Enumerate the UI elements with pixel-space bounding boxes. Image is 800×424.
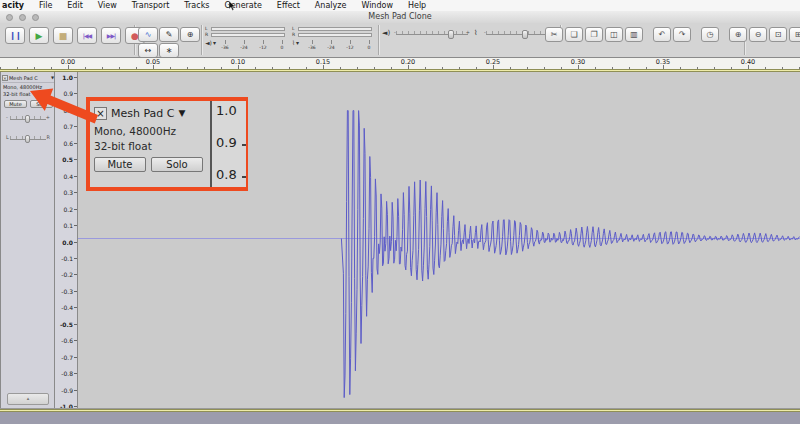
track-name: Mesh Pad C (111, 107, 175, 120)
vertical-ruler[interactable]: 1.00.90.80.70.60.50.40.30.20.10.0-0.1-0.… (55, 72, 78, 408)
vertical-ruler-tick (74, 307, 77, 308)
envelope-icon: ∿ (145, 30, 152, 39)
copy-button[interactable]: ❏ (565, 27, 583, 42)
menu-transport[interactable]: Transport (132, 1, 170, 10)
track-format-line1: Mono, 48000Hz (3, 84, 42, 90)
stop-icon: ■ (59, 31, 68, 41)
zoom-callout: × Mesh Pad C ▼ Mono, 48000Hz 32-bit floa… (86, 97, 248, 191)
pan-right-label: R (47, 134, 50, 140)
solo-button[interactable]: Solo (30, 100, 53, 108)
vertical-ruler-label: 0.1 (63, 222, 73, 229)
play-button[interactable]: ▶ (29, 27, 49, 44)
zoom-in-button[interactable]: ⊕ (729, 27, 747, 42)
vertical-ruler-label: 1.0 (62, 74, 73, 81)
input-volume-thumb[interactable] (522, 30, 528, 39)
microphone-icon: ⌇ (474, 29, 477, 37)
speaker-icon: ◄) (205, 39, 212, 46)
multi-tool-button[interactable]: ∗ (159, 43, 179, 58)
meter-right-label: R (205, 32, 209, 37)
menu-analyze[interactable]: Analyze (315, 1, 347, 10)
skip-to-end-button[interactable]: ▶▶| (101, 27, 121, 44)
chevron-down-icon[interactable]: ▼ (51, 75, 54, 80)
menu-audacity[interactable]: acity (2, 1, 24, 10)
vertical-ruler-tick (74, 176, 77, 177)
playback-meter[interactable]: L R ◄)▾ -36-24-120 (205, 26, 289, 56)
toolbar-dock: ❙❙ ▶ ■ |◀◀ ▶▶| ● I ∿ ✎ ⊕ ↔ ∗ L R ◄)▾ -36… (0, 23, 800, 58)
recording-meter-right-bar (298, 33, 372, 37)
vertical-ruler-tick (74, 406, 77, 407)
vertical-ruler-tick (74, 209, 77, 210)
track-format-line2: 32-bit float (3, 91, 31, 97)
menu-effect[interactable]: Effect (277, 1, 300, 10)
playback-meter-left-bar (211, 27, 285, 31)
track-name: Mesh Pad C (9, 75, 50, 81)
multi-tool-icon: ∗ (166, 46, 173, 55)
mute-button[interactable]: Mute (4, 100, 27, 108)
callout-format-line1: Mono, 48000Hz (94, 125, 208, 137)
vertical-ruler-label: 0.0 (62, 238, 73, 245)
stop-button[interactable]: ■ (53, 27, 73, 44)
recording-meter-left-bar (298, 27, 372, 31)
trim-audio-button[interactable]: ◫ (605, 27, 623, 42)
audio-waveform-trace (341, 111, 799, 398)
vertical-ruler-tick (74, 159, 77, 160)
cut-button[interactable]: ✂ (545, 27, 563, 42)
mute-button: Mute (94, 157, 146, 172)
copy-icon: ❏ (570, 30, 577, 39)
gain-thumb[interactable] (25, 115, 30, 123)
vertical-ruler-tick (74, 192, 77, 193)
gain-max-label: + (46, 114, 50, 120)
zoom-out-icon: ⊖ (755, 30, 762, 39)
close-track-button: × (94, 107, 107, 120)
fit-selection-button[interactable]: ⊡ (769, 27, 787, 42)
draw-tool-button[interactable]: ✎ (159, 27, 179, 42)
vertical-ruler-tick (74, 274, 77, 275)
vertical-ruler-label: -0.2 (61, 271, 73, 278)
tools-toolbar: I ∿ ✎ ⊕ ↔ ∗ (138, 27, 200, 58)
output-volume-slider[interactable]: - + (396, 29, 468, 39)
close-track-button[interactable]: × (2, 75, 8, 81)
input-volume-slider[interactable]: - + (486, 29, 554, 39)
vertical-ruler-tick (74, 126, 77, 127)
track-control-panel[interactable]: × Mesh Pad C ▼ Mono, 48000Hz 32-bit floa… (0, 72, 55, 408)
menu-help[interactable]: Help (408, 1, 426, 10)
sync-lock-button[interactable]: ◷ (701, 27, 719, 42)
menu-edit[interactable]: Edit (67, 1, 83, 10)
zoom-out-button[interactable]: ⊖ (749, 27, 767, 42)
playback-meter-scale: -36-24-120 (221, 40, 287, 52)
vertical-ruler-tick (74, 258, 77, 259)
zoom-tool-button[interactable]: ⊕ (180, 27, 200, 42)
fit-project-button[interactable]: ⊞ (789, 27, 800, 42)
callout-format-line2: 32-bit float (94, 140, 208, 152)
horizontal-scrollbar[interactable] (0, 412, 800, 424)
silence-audio-button[interactable]: ▥ (625, 27, 643, 42)
pan-thumb[interactable] (25, 135, 30, 143)
envelope-tool-button[interactable]: ∿ (138, 27, 158, 42)
redo-button[interactable]: ↷ (673, 27, 691, 42)
track-header[interactable]: × Mesh Pad C ▼ (2, 73, 54, 83)
recording-meter[interactable]: L R ⌇▾ -36-24-120 (292, 26, 376, 56)
callout-track-header: × Mesh Pad C ▼ (94, 104, 208, 122)
output-volume-thumb[interactable] (448, 30, 454, 39)
paste-button[interactable]: ❐ (585, 27, 603, 42)
vertical-ruler-label: 0.4 (63, 172, 73, 179)
collapse-track-button[interactable]: ▴ (7, 393, 49, 405)
trim-icon: ◫ (610, 30, 618, 39)
pause-button[interactable]: ❙❙ (5, 27, 25, 44)
undo-button[interactable]: ↶ (653, 27, 671, 42)
menu-window[interactable]: Window (361, 1, 393, 10)
gain-slider[interactable]: - + (6, 114, 50, 124)
vertical-ruler-tick (74, 324, 77, 325)
chevron-down-icon: ▼ (179, 108, 186, 118)
toolbar-separator (201, 25, 202, 55)
pan-slider[interactable]: L R (6, 134, 50, 144)
menu-tracks[interactable]: Tracks (184, 1, 209, 10)
skip-to-start-button[interactable]: |◀◀ (77, 27, 97, 44)
menu-file[interactable]: File (39, 1, 52, 10)
menu-view[interactable]: View (98, 1, 117, 10)
vertical-ruler-tick (74, 93, 77, 94)
speaker-icon: ◄) (382, 29, 390, 37)
timeshift-tool-button[interactable]: ↔ (138, 43, 158, 58)
pencil-icon: ✎ (166, 30, 173, 39)
gain-min-label: - (6, 114, 8, 120)
